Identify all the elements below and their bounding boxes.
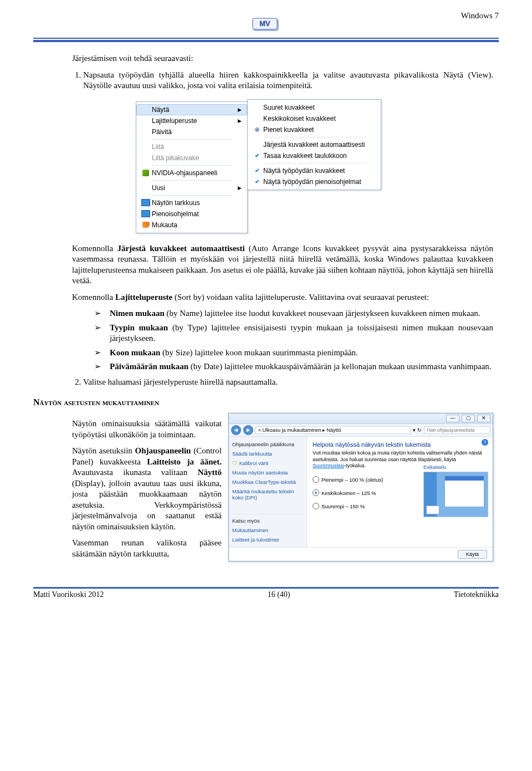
see-also-personalization[interactable]: Mukauttaminen <box>232 527 303 533</box>
shield-icon: 🛡 <box>232 460 238 466</box>
step-1: Napsauta työpöydän tyhjällä alueella hii… <box>83 70 493 91</box>
submenu-large-icons[interactable]: Suuret kuvakkeet <box>248 102 381 113</box>
context-menu-primary: Näytä▶ Lajitteluperuste▶ Päivitä Liitä L… <box>136 101 248 233</box>
footer-author: Matti Vuorikoski 2012 <box>33 590 104 599</box>
menu-item-view[interactable]: Näytä▶ <box>136 104 247 115</box>
footer-page-number: 16 (40) <box>268 590 290 599</box>
context-menu-sub-view: Suuret kuvakkeet Keskikokoiset kuvakkeet… <box>247 99 381 190</box>
sidebar-link-dpi[interactable]: Määritä mukautettu tekstin koko (DPI) <box>232 488 303 501</box>
bullet-bytype: Tyypin mukaan (by Type) lajittelee ensis… <box>94 323 493 344</box>
submenu-medium-icons[interactable]: Keskikokoiset kuvakkeet <box>248 113 381 124</box>
bullet-byname: Nimen mukaan (by Name) lajittelee itse l… <box>94 308 493 319</box>
section-heading-display-settings: Näytön asetusten mukauttaminen <box>33 397 493 407</box>
page-footer: Matti Vuorikoski 2012 16 (40) Tietotekni… <box>33 587 499 599</box>
address-bar: ◄ ► « Ulkoasu ja mukauttaminen ▸ Näyttö … <box>229 424 493 437</box>
breadcrumb[interactable]: « Ulkoasu ja mukauttaminen ▸ Näyttö <box>255 426 411 434</box>
menu-item-refresh[interactable]: Päivitä <box>136 126 247 137</box>
sidebar-link-resolution[interactable]: Säädä tarkkuutta <box>232 451 303 457</box>
forward-button[interactable]: ► <box>243 425 253 435</box>
search-input[interactable]: Hae ohjauspaneelista <box>424 426 490 434</box>
maximize-button[interactable]: ▢ <box>462 415 475 422</box>
display-main-panel: ? Helpota näytössä näkyvän tekstin lukem… <box>307 437 493 547</box>
see-also-heading: Katso myös <box>232 514 303 524</box>
back-button[interactable]: ◄ <box>231 425 241 435</box>
preview-label: Esikatselu <box>423 464 487 470</box>
context-menu-figure: Näytä▶ Lajitteluperuste▶ Päivitä Liitä L… <box>136 101 493 233</box>
monitor-icon <box>140 199 152 206</box>
svg-text:MV: MV <box>259 19 270 28</box>
sidebar-heading: Ohjauspaneelin pääikkuna <box>232 441 303 447</box>
monitor-icon <box>140 210 152 217</box>
bullet-bydate: Päivämäärän mukaan (by Date) lajittelee … <box>94 361 493 372</box>
header-rule <box>33 38 499 42</box>
mv-logo: MV <box>33 18 499 34</box>
see-also-devices-printers[interactable]: Laitteet ja tulostimet <box>232 537 303 543</box>
submenu-auto-arrange[interactable]: Järjestä kuvakkeet automaattisesti <box>248 139 381 150</box>
menu-item-new[interactable]: Uusi▶ <box>136 182 247 193</box>
menu-item-gadgets[interactable]: Pienoisohjelmat <box>136 208 247 219</box>
ordered-steps: Napsauta työpöydän tyhjällä alueella hii… <box>83 70 493 91</box>
check-icon: ✔ <box>251 152 263 159</box>
check-icon: ✔ <box>251 178 263 185</box>
close-button[interactable]: ✕ <box>477 415 490 422</box>
display-settings-window: — ▢ ✕ ◄ ► « Ulkoasu ja mukauttaminen ▸ N… <box>228 413 493 561</box>
preview-image <box>423 472 488 517</box>
display-sidebar: Ohjauspaneelin pääikkuna Säädä tarkkuutt… <box>229 437 307 547</box>
menu-item-resolution[interactable]: Näytön tarkkuus <box>136 197 247 208</box>
submenu-small-icons[interactable]: Pienet kuvakkeet <box>248 124 381 135</box>
paragraph-autoarrange: Komennolla Järjestä kuvakkeet automaatti… <box>72 243 493 287</box>
menu-item-personalize[interactable]: Mukauta <box>136 219 247 231</box>
preview-box: Esikatselu <box>423 464 487 517</box>
magnifier-link[interactable]: Suurennuslasi <box>313 463 344 468</box>
apply-button[interactable]: Käytä <box>458 550 487 559</box>
main-heading: Helpota näytössä näkyvän tekstin lukemis… <box>313 441 487 448</box>
sidebar-link-calibrate[interactable]: 🛡 Kalibroi värit <box>232 460 303 466</box>
sidebar-link-cleartype[interactable]: Muokkaa ClearType-tekstiä <box>232 479 303 485</box>
display-para-2: Näytön asetuksiin Ohjauspaneelin (Contro… <box>72 446 222 532</box>
check-icon: ✔ <box>251 167 263 173</box>
paragraph-sortby: Komennolla Lajitteluperuste (Sort by) vo… <box>72 292 493 303</box>
step-2: Valitse haluamasi järjestelyperuste hiir… <box>83 377 493 388</box>
sortby-bullets: Nimen mukaan (by Name) lajittelee itse l… <box>94 308 493 372</box>
help-icon[interactable]: ? <box>482 439 488 446</box>
menu-item-paste: Liitä <box>136 141 247 152</box>
bullet-bysize: Koon mukaan (by Size) lajittelee koon mu… <box>94 348 493 359</box>
menu-item-sortby[interactable]: Lajitteluperuste▶ <box>136 115 247 126</box>
intro-text: Järjestämisen voit tehdä seuraavasti: <box>72 53 493 64</box>
radio-selected-icon <box>251 127 263 132</box>
submenu-show-gadgets[interactable]: ✔Näytä työpöydän pienoisohjelmat <box>248 176 381 187</box>
minimize-button[interactable]: — <box>446 415 459 422</box>
nvidia-icon <box>140 170 152 176</box>
display-para-3: Vasemman reunan valikosta pääsee säätämä… <box>72 538 222 559</box>
window-titlebar: — ▢ ✕ <box>229 413 493 424</box>
submenu-show-desktop-icons[interactable]: ✔Näytä työpöydän kuvakkeet <box>248 165 381 176</box>
ordered-steps-2: Valitse haluamasi järjestelyperuste hiir… <box>83 377 493 388</box>
submenu-align-grid[interactable]: ✔Tasaa kuvakkeet taulukkoon <box>248 150 381 161</box>
footer-subject: Tietotekniikka <box>454 590 499 599</box>
display-para-1: Näytön ominaisuuksia säätämällä vaikutat… <box>72 418 222 440</box>
sidebar-link-change-settings[interactable]: Muuta näytön asetuksia <box>232 469 303 476</box>
menu-item-paste-shortcut: Liitä pikakuvake <box>136 152 247 164</box>
menu-item-nvidia[interactable]: NVIDIA-ohjauspaneeli <box>136 167 247 178</box>
palette-icon <box>140 222 152 228</box>
